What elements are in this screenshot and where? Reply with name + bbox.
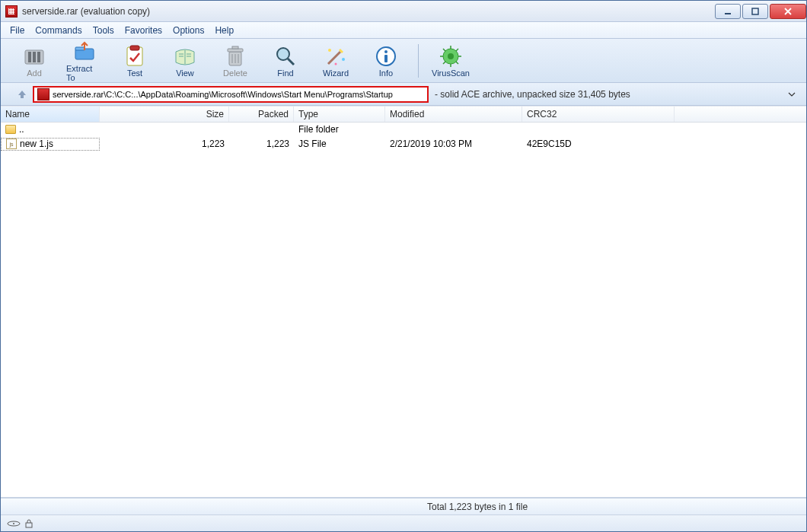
tool-add[interactable]: Add: [16, 44, 53, 78]
tool-info[interactable]: Info: [368, 44, 404, 78]
menu-options[interactable]: Options: [173, 25, 204, 36]
svg-point-25: [335, 62, 337, 65]
tool-find[interactable]: Find: [267, 44, 304, 78]
file-type: File folder: [294, 124, 385, 135]
svg-point-27: [384, 50, 388, 53]
menu-file[interactable]: File: [10, 25, 24, 36]
svg-rect-7: [75, 47, 85, 50]
svg-rect-16: [232, 46, 238, 49]
svg-rect-5: [37, 52, 40, 62]
svg-line-36: [456, 62, 458, 64]
tool-delete[interactable]: Delete: [217, 44, 254, 78]
info-icon: [374, 44, 398, 68]
up-arrow-icon: [17, 89, 27, 100]
svg-line-21: [288, 59, 294, 65]
disk-icon: [7, 519, 21, 528]
file-crc: 42E9C15D: [522, 139, 675, 149]
svg-rect-3: [28, 52, 31, 62]
menu-commands[interactable]: Commands: [35, 25, 81, 36]
menu-favorites[interactable]: Favorites: [125, 25, 162, 36]
file-packed: 1,223: [229, 139, 294, 149]
svg-point-23: [328, 49, 331, 52]
find-icon: [273, 44, 298, 68]
file-size: 1,223: [100, 139, 229, 149]
close-button[interactable]: [770, 4, 806, 19]
archive-icon: [37, 88, 49, 100]
archive-info: - solid ACE archive, unpacked size 31,40…: [433, 89, 630, 100]
tool-label: VirusScan: [432, 68, 470, 78]
tool-label: Add: [27, 68, 42, 78]
status-bar: [1, 514, 806, 531]
svg-rect-28: [384, 55, 388, 62]
svg-point-24: [342, 58, 345, 61]
minimize-button[interactable]: [715, 4, 741, 19]
svg-point-40: [13, 523, 14, 524]
menu-tools[interactable]: Tools: [93, 25, 114, 36]
app-icon: [5, 5, 18, 18]
svg-line-37: [443, 62, 445, 64]
file-name: ..: [19, 124, 24, 135]
wizard-icon: [324, 44, 348, 68]
tool-test[interactable]: Test: [116, 44, 153, 78]
maximize-icon: [751, 8, 759, 15]
delete-icon: [223, 44, 247, 68]
toolbar-separator: [418, 44, 419, 78]
col-size[interactable]: Size: [100, 107, 229, 122]
path-text: serverside.rar\C:\C:C:..\AppData\Roaming…: [53, 90, 393, 99]
test-icon: [123, 44, 147, 68]
add-icon: [22, 44, 46, 68]
virusscan-icon: [439, 44, 463, 68]
menu-bar: File Commands Tools Favorites Options He…: [1, 22, 806, 39]
extract-icon: [72, 40, 97, 64]
svg-line-38: [456, 49, 458, 51]
svg-point-30: [448, 53, 454, 59]
col-type[interactable]: Type: [294, 107, 385, 122]
tool-extract-to[interactable]: Extract To: [66, 40, 103, 82]
tool-label: Extract To: [66, 64, 103, 82]
col-packed[interactable]: Packed: [229, 107, 294, 122]
tool-label: Wizard: [323, 68, 349, 78]
tool-label: View: [176, 68, 194, 78]
window-title: serverside.rar (evaluation copy): [22, 6, 150, 17]
file-type: JS File: [294, 139, 385, 149]
path-dropdown[interactable]: [788, 91, 800, 98]
summary-text: Total 1,223 bytes in 1 file: [427, 502, 528, 512]
list-item[interactable]: js new 1.js 1,223 1,223 JS File 2/21/201…: [1, 137, 806, 151]
jsfile-icon: js: [6, 139, 17, 149]
svg-rect-41: [26, 523, 32, 527]
svg-rect-9: [130, 46, 139, 50]
close-icon: [784, 8, 792, 15]
list-item[interactable]: .. File folder: [1, 123, 806, 137]
svg-rect-15: [228, 49, 243, 52]
tool-view[interactable]: View: [167, 44, 203, 78]
toolbar: Add Extract To Test View Delete: [1, 39, 806, 83]
tool-virusscan[interactable]: VirusScan: [432, 44, 469, 78]
path-field-highlight[interactable]: serverside.rar\C:\C:C:..\AppData\Roaming…: [33, 86, 429, 103]
tool-label: Info: [379, 68, 393, 78]
up-button[interactable]: [16, 88, 28, 100]
file-list[interactable]: .. File folder js new 1.js 1,223 1,223 J…: [1, 123, 806, 498]
col-name[interactable]: Name: [1, 107, 100, 122]
col-crc[interactable]: CRC32: [522, 107, 675, 122]
minimize-icon: [724, 8, 732, 15]
menu-help[interactable]: Help: [215, 25, 234, 36]
svg-rect-0: [725, 13, 731, 14]
column-headers: Name Size Packed Type Modified CRC32: [1, 106, 806, 123]
maximize-button[interactable]: [742, 4, 768, 19]
tool-wizard[interactable]: Wizard: [317, 44, 354, 78]
winrar-window: serverside.rar (evaluation copy) File Co…: [0, 0, 807, 532]
chevron-down-icon: [788, 91, 796, 98]
summary-bar: Total 1,223 bytes in 1 file: [1, 498, 806, 514]
svg-line-35: [443, 49, 445, 51]
lock-icon: [24, 519, 34, 528]
title-bar: serverside.rar (evaluation copy): [1, 1, 806, 22]
tool-label: Test: [127, 68, 142, 78]
col-modified[interactable]: Modified: [385, 107, 522, 122]
svg-rect-4: [33, 52, 36, 62]
tool-label: Find: [277, 68, 293, 78]
window-controls: [713, 4, 806, 19]
svg-point-20: [277, 48, 289, 60]
folder-icon: [5, 125, 16, 134]
tool-label: Delete: [223, 68, 247, 78]
svg-rect-1: [752, 8, 758, 14]
